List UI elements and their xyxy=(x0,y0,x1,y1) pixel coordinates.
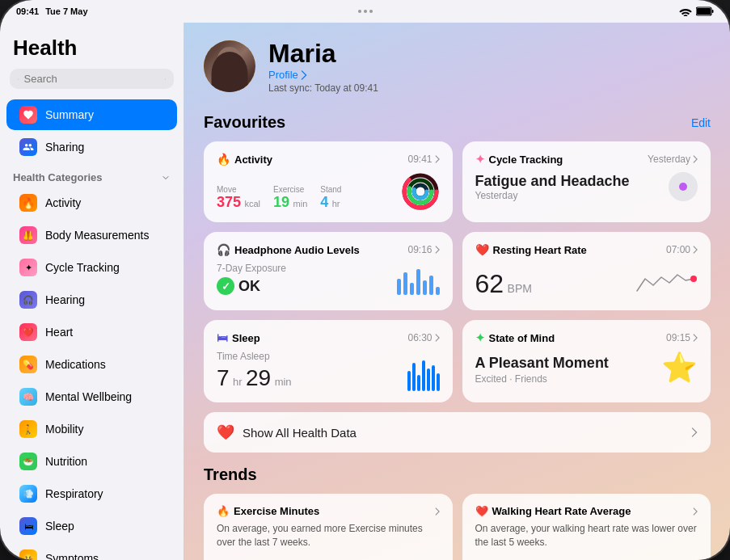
cycle-icon: ✦ xyxy=(19,259,37,276)
sleep-card-title: 🛏 Sleep xyxy=(217,331,260,344)
profile-info: Maria Profile Last sync: Today at 09:41 xyxy=(268,39,378,94)
mind-card[interactable]: ✦ State of Mind 09:15 A Pleasant Moment … xyxy=(462,320,711,402)
sidebar-item-symptoms[interactable]: 🤒 Symptoms xyxy=(6,543,177,560)
activity-card-time: 09:41 xyxy=(407,154,439,165)
sidebar-item-sleep[interactable]: 🛏 Sleep xyxy=(6,511,177,541)
mind-card-time: 09:15 xyxy=(666,332,698,343)
mobility-icon: 🚶 xyxy=(19,420,37,438)
sleep-sub-label: Time Asleep xyxy=(217,351,292,362)
nutrition-icon: 🥗 xyxy=(19,453,37,470)
sidebar-item-respiratory[interactable]: 💨 Respiratory xyxy=(6,478,177,509)
cycle-card[interactable]: ✦ Cycle Tracking Yesterday Fatigue and H… xyxy=(462,141,711,222)
svg-rect-2 xyxy=(712,10,714,13)
sidebar-item-activity[interactable]: 🔥 Activity xyxy=(6,187,177,218)
heartrate-card[interactable]: ❤️ Resting Heart Rate 07:00 62 BPM xyxy=(462,232,711,310)
heart-bpm-unit: BPM xyxy=(508,282,532,295)
mind-info: A Pleasant Moment Excited · Friends xyxy=(475,355,609,385)
sidebar-item-sharing[interactable]: Sharing xyxy=(6,132,177,162)
headphone-card-title: 🎧 Headphone Audio Levels xyxy=(217,243,360,256)
heart-icon: ❤️ xyxy=(19,323,37,341)
sleep-card[interactable]: 🛏 Sleep 06:30 Time Asleep 7 xyxy=(204,320,453,402)
sidebar-item-medications[interactable]: 💊 Medications xyxy=(6,349,177,380)
ok-icon: ✓ xyxy=(217,277,234,295)
sharing-label: Sharing xyxy=(45,141,84,154)
sleep-info: Time Asleep 7 hr 29 min xyxy=(217,351,292,391)
cycle-card-time: Yesterday xyxy=(648,154,698,165)
svg-point-13 xyxy=(690,276,697,282)
sleep-card-header: 🛏 Sleep 06:30 xyxy=(217,331,440,344)
exercise-stat: Exercise 19 min xyxy=(273,185,307,211)
main-content: Maria Profile Last sync: Today at 09:41 … xyxy=(184,23,730,560)
activity-label: Activity xyxy=(45,196,81,209)
activity-stats: Move 375 kcal Exercise 19 min xyxy=(217,185,341,211)
sidebar-item-nutrition[interactable]: 🥗 Nutrition xyxy=(6,446,177,477)
meds-label: Medications xyxy=(45,358,106,371)
edit-button[interactable]: Edit xyxy=(691,116,711,129)
sidebar-item-summary[interactable]: Summary xyxy=(6,99,177,130)
cycle-label: Cycle Tracking xyxy=(45,261,120,274)
avatar-image xyxy=(204,40,255,92)
mind-card-body: A Pleasant Moment Excited · Friends ⭐ xyxy=(475,351,698,385)
mind-card-title: ✦ State of Mind xyxy=(475,331,555,344)
favourites-grid: 🔥 Activity 09:41 Move xyxy=(184,141,730,412)
headphone-info: 7-Day Exposure ✓ OK xyxy=(217,263,286,295)
heart-bpm-value: 62 xyxy=(475,269,504,298)
profile-link[interactable]: Profile xyxy=(268,69,378,81)
favourites-title: Favourites xyxy=(204,113,285,132)
mind-sub: Excited · Friends xyxy=(475,373,609,385)
cycle-card-header: ✦ Cycle Tracking Yesterday xyxy=(475,153,698,166)
mental-icon: 🧠 xyxy=(19,388,37,406)
sidebar-item-cycle[interactable]: ✦ Cycle Tracking xyxy=(6,252,177,283)
trends-section: Trends 🔥 Exercise Minutes xyxy=(184,465,730,560)
sidebar-item-hearing[interactable]: 🎧 Hearing xyxy=(6,284,177,315)
chevron-down-icon xyxy=(161,173,171,183)
battery-indicator xyxy=(696,6,714,16)
exercise-trend-header: 🔥 Exercise Minutes xyxy=(217,505,440,517)
sidebar-item-mobility[interactable]: 🚶 Mobility xyxy=(6,414,177,444)
show-all-button[interactable]: ❤️ Show All Health Data xyxy=(204,412,711,453)
heartrate-card-title: ❤️ Resting Heart Rate xyxy=(475,243,587,256)
sidebar-item-body[interactable]: 🦺 Body Measurements xyxy=(6,220,177,251)
exercise-trend-card[interactable]: 🔥 Exercise Minutes On average, you earne… xyxy=(204,494,453,560)
search-input[interactable] xyxy=(24,73,160,85)
walking-hr-trend-card[interactable]: ❤️ Walking Heart Rate Average On average… xyxy=(462,494,711,560)
respiratory-label: Respiratory xyxy=(45,487,103,500)
sleep-hours: 7 xyxy=(217,365,230,390)
show-all-label: Show All Health Data xyxy=(243,426,683,440)
cycle-card-body: Fatigue and Headache Yesterday xyxy=(475,172,698,201)
exercise-trend-desc: On average, you earned more Exercise min… xyxy=(217,522,440,549)
summary-icon xyxy=(19,106,37,124)
heartrate-chart xyxy=(633,263,698,299)
heartrate-card-time: 07:00 xyxy=(666,244,698,255)
sidebar: Health Su xyxy=(0,23,184,560)
hearing-icon: 🎧 xyxy=(19,291,37,309)
symptoms-icon: 🤒 xyxy=(19,549,37,560)
sidebar-item-mental[interactable]: 🧠 Mental Wellbeing xyxy=(6,381,177,412)
mental-label: Mental Wellbeing xyxy=(45,390,132,403)
app-title: Health xyxy=(0,36,184,69)
search-bar[interactable] xyxy=(10,69,174,89)
status-date: Tue 7 May xyxy=(45,6,87,16)
heartrate-card-body: 62 BPM xyxy=(475,263,698,299)
headphone-card-header: 🎧 Headphone Audio Levels 09:16 xyxy=(217,243,440,256)
activity-card-body: Move 375 kcal Exercise 19 min xyxy=(217,172,440,211)
body-icon: 🦺 xyxy=(19,226,37,244)
sleep-card-body: Time Asleep 7 hr 29 min xyxy=(217,351,440,391)
show-all-chevron-icon xyxy=(691,427,698,437)
walking-hr-trend-header: ❤️ Walking Heart Rate Average xyxy=(475,505,698,517)
svg-rect-1 xyxy=(697,8,711,15)
exercise-trend-chevron-icon xyxy=(435,507,440,516)
cycle-card-title: ✦ Cycle Tracking xyxy=(475,153,563,166)
device-frame: 09:41 Tue 7 May Health xyxy=(0,0,730,560)
headphone-card[interactable]: 🎧 Headphone Audio Levels 09:16 7-Day Exp… xyxy=(204,232,453,310)
activity-icon: 🔥 xyxy=(19,194,37,212)
sidebar-item-heart[interactable]: ❤️ Heart xyxy=(6,317,177,347)
mind-heading: A Pleasant Moment xyxy=(475,355,609,372)
summary-label: Summary xyxy=(45,108,94,121)
meds-icon: 💊 xyxy=(19,356,37,373)
headphone-sub-label: 7-Day Exposure xyxy=(217,263,286,274)
cycle-dot-inner xyxy=(679,183,687,191)
cycle-dot xyxy=(669,172,698,201)
activity-card[interactable]: 🔥 Activity 09:41 Move xyxy=(204,141,453,222)
body-label: Body Measurements xyxy=(45,229,149,242)
